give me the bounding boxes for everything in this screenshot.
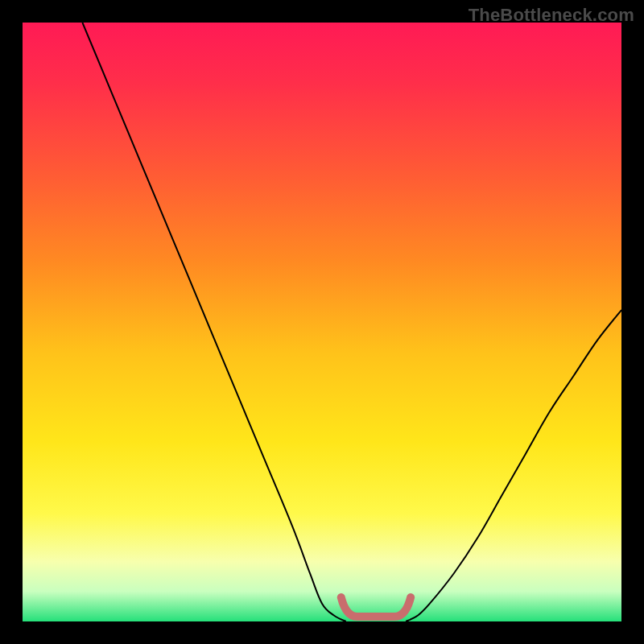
plot-area (23, 23, 621, 621)
gradient-background (23, 23, 621, 621)
watermark-text: TheBottleneck.com (469, 5, 634, 26)
chart-frame: TheBottleneck.com (0, 0, 644, 644)
bottleneck-chart (23, 23, 621, 621)
